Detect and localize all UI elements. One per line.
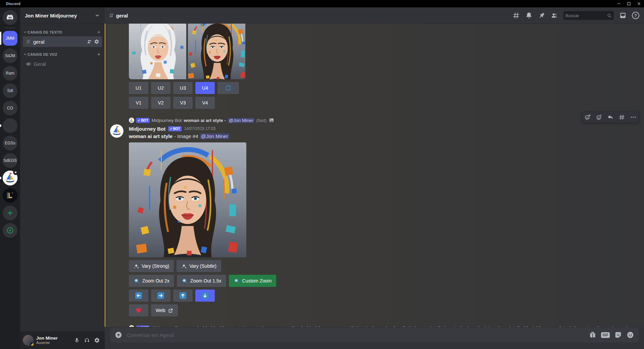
server-icon-co[interactable]: CO	[3, 101, 17, 116]
deafen-button[interactable]	[82, 335, 92, 345]
add-server-button[interactable]	[3, 206, 17, 220]
super-reaction-button[interactable]	[593, 112, 605, 123]
gif-picker-button[interactable]: GIF	[601, 332, 610, 338]
web-button[interactable]: Web	[151, 304, 178, 316]
help-button[interactable]: ?	[632, 12, 639, 19]
create-text-channel-button[interactable]	[96, 30, 101, 35]
create-thread-button[interactable]	[616, 112, 628, 123]
user-settings-button[interactable]	[92, 335, 102, 345]
button-label: Zoom Out 1.5x	[190, 278, 221, 283]
u4-button[interactable]: U4	[195, 82, 215, 94]
server-icon-league[interactable]	[3, 188, 17, 203]
upload-button[interactable]	[115, 331, 122, 339]
main-panel: # geral	[105, 7, 644, 349]
vary-strong-button[interactable]: Vary (Strong)	[129, 260, 174, 272]
server-icon-ram[interactable]: Ram	[3, 66, 17, 81]
image-attachment-icon	[269, 118, 274, 123]
pan-left-button[interactable]	[129, 290, 148, 302]
reply-reference[interactable]: ✓ BOT Midjourney Bot an android girl wit…	[129, 324, 628, 327]
mention-pill[interactable]: @Jon Miner	[228, 118, 254, 123]
microphone-icon	[74, 337, 80, 343]
channel-settings-icon[interactable]	[94, 39, 99, 44]
threads-button[interactable]	[512, 12, 520, 19]
server-initials: Sdl	[7, 88, 13, 93]
create-voice-channel-button[interactable]	[96, 52, 101, 57]
reply-button[interactable]	[605, 112, 616, 123]
user-avatar[interactable]	[23, 335, 34, 346]
channel-geral[interactable]: # geral	[23, 36, 102, 47]
pan-down-button[interactable]	[195, 290, 215, 302]
user-status: Ausente	[36, 341, 58, 345]
button-label: Zoom Out 2x	[142, 278, 169, 283]
sticker-picker-button[interactable]	[614, 331, 622, 339]
u3-button[interactable]: U3	[173, 82, 193, 94]
pinned-messages-button[interactable]	[538, 12, 545, 19]
favorite-button[interactable]	[129, 304, 148, 316]
window-maximize-button[interactable]	[624, 0, 634, 7]
server-initials: SdEGS	[3, 158, 17, 163]
window-minimize-button[interactable]	[614, 0, 624, 7]
v2-button[interactable]: V2	[151, 97, 170, 109]
message-input[interactable]	[127, 332, 584, 338]
reply-suffix: (fast)	[256, 118, 267, 123]
home-button[interactable]	[3, 10, 17, 25]
server-initials: EGSs	[5, 141, 15, 145]
reply-author[interactable]: Midjourney Bot	[152, 118, 182, 123]
server-header[interactable]: Jon Miner Midjourney	[20, 7, 105, 24]
custom-zoom-button[interactable]: Custom Zoom	[229, 275, 277, 287]
add-reaction-button[interactable]	[582, 112, 593, 123]
notification-settings-button[interactable]	[525, 12, 533, 19]
category-voice-channels[interactable]: CANAIS DE VOZ	[23, 50, 102, 58]
window-close-button[interactable]	[634, 0, 644, 7]
inbox-button[interactable]	[619, 12, 627, 19]
zoom-out-15x-button[interactable]: Zoom Out 1.5x	[177, 275, 226, 287]
zoom-out-2x-button[interactable]: Zoom Out 2x	[129, 275, 174, 287]
explore-servers-button[interactable]	[3, 223, 17, 238]
chevron-down-icon	[95, 13, 100, 18]
pan-up-button[interactable]	[173, 290, 193, 302]
reply-icon	[607, 114, 614, 121]
v4-button[interactable]: V4	[195, 97, 215, 109]
more-actions-button[interactable]	[628, 112, 639, 123]
generated-image[interactable]	[129, 142, 246, 257]
mute-button[interactable]	[72, 335, 82, 345]
server-icon-sdjm[interactable]: SdJM	[3, 48, 17, 63]
user-meta[interactable]: Jon Miner Ausente	[36, 336, 58, 345]
u1-button[interactable]: U1	[129, 82, 148, 94]
pan-right-button[interactable]	[151, 290, 170, 302]
mention-pill[interactable]: @Jon Miner	[200, 133, 229, 139]
server-initials: Ram	[6, 71, 14, 76]
reroll-button[interactable]	[217, 82, 239, 94]
arrow-up-icon	[180, 292, 186, 299]
server-icon-jmm[interactable]: JMM	[3, 31, 17, 46]
channel-list: CANAIS DE TEXTO # geral CANAIS DE VOZ	[20, 24, 105, 332]
gift-button[interactable]	[589, 331, 596, 339]
bot-badge-label: BOT	[141, 119, 148, 122]
category-text-channels[interactable]: CANAIS DE TEXTO	[23, 28, 102, 36]
channel-sidebar: Jon Miner Midjourney CANAIS DE TEXTO # g…	[20, 7, 105, 349]
v3-button[interactable]: V3	[173, 97, 193, 109]
search-input[interactable]	[565, 13, 607, 18]
reply-reference[interactable]: ✓ BOT Midjourney Bot woman ai art style …	[129, 117, 628, 124]
server-icon-sdegs[interactable]: SdEGS	[3, 153, 17, 168]
server-icon-image[interactable]	[3, 118, 17, 133]
members-icon	[551, 12, 558, 19]
v1-button[interactable]: V1	[129, 97, 148, 109]
voice-channel-geral[interactable]: Geral	[23, 58, 102, 69]
emoji-picker-button[interactable]	[627, 331, 634, 339]
bot-avatar[interactable]	[110, 124, 123, 138]
category-chevron-icon	[23, 31, 27, 34]
member-list-button[interactable]	[551, 12, 558, 19]
vary-button-row: Vary (Strong) Vary (Subtle)	[129, 260, 628, 272]
vary-subtle-button[interactable]: Vary (Subtle)	[177, 260, 221, 272]
author-name[interactable]: Midjourney Bot	[129, 126, 165, 132]
composer-box: GIF	[110, 328, 639, 342]
pin-icon	[538, 12, 545, 19]
server-icon-sdl[interactable]: Sdl	[3, 83, 17, 98]
u2-button[interactable]: U2	[151, 82, 170, 94]
server-icon-egss[interactable]: EGSs	[3, 136, 17, 150]
category-label: CANAIS DE TEXTO	[28, 30, 62, 34]
server-icon-midjourney[interactable]	[3, 171, 17, 185]
generated-grid-image[interactable]	[129, 24, 245, 79]
invite-people-icon[interactable]	[87, 39, 92, 44]
